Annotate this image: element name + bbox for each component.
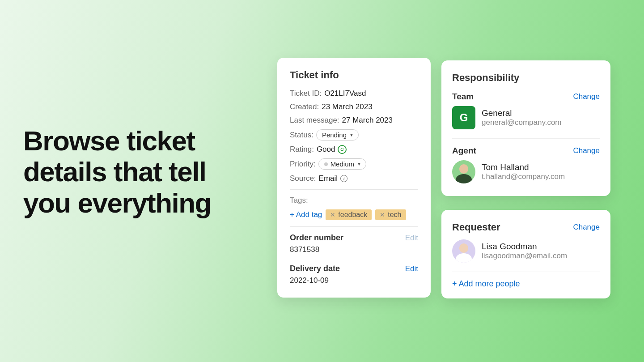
- requester-person: Lisa Goodman lisagoodman@email.com: [452, 239, 600, 263]
- ticket-id-value: O21LI7Vasd: [324, 89, 366, 98]
- status-value: Pending: [322, 131, 347, 139]
- tag-chip[interactable]: ✕ tech: [375, 209, 406, 220]
- team-label: Team: [452, 92, 474, 102]
- priority-row: Priority: Medium ▼: [290, 158, 418, 170]
- source-row: Source: Email i: [290, 174, 418, 183]
- change-requester-button[interactable]: Change: [573, 223, 600, 232]
- team-avatar-initial: G: [460, 111, 468, 124]
- priority-label: Priority:: [290, 160, 316, 169]
- last-message-value: 27 March 2023: [342, 116, 393, 125]
- info-icon[interactable]: i: [340, 175, 347, 182]
- last-message-label: Last message:: [290, 116, 339, 125]
- tags-row: + Add tag ✕ feedback ✕ tech: [290, 209, 418, 220]
- status-dropdown[interactable]: Pending ▼: [316, 129, 359, 141]
- created-label: Created:: [290, 102, 319, 111]
- svg-point-1: [343, 148, 343, 149]
- tag-label: feedback: [338, 211, 367, 219]
- responsibility-title: Responsibility: [452, 72, 600, 84]
- priority-dot-icon: [324, 162, 328, 166]
- ticket-id-row: Ticket ID: O21LI7Vasd: [290, 89, 418, 98]
- last-message-row: Last message: 27 March 2023: [290, 116, 418, 125]
- remove-tag-icon[interactable]: ✕: [380, 211, 385, 218]
- source-value: Email: [319, 174, 338, 183]
- source-label: Source:: [290, 174, 316, 183]
- edit-order-button[interactable]: Edit: [405, 234, 418, 243]
- chevron-down-icon: ▼: [357, 162, 361, 166]
- svg-point-0: [341, 148, 342, 149]
- tag-label: tech: [388, 211, 401, 219]
- requester-email: lisagoodman@email.com: [482, 251, 567, 260]
- divider: [290, 226, 418, 227]
- delivery-date-value: 2022-10-09: [290, 276, 418, 285]
- team-email: general@company.com: [482, 118, 562, 127]
- team-person: G General general@company.com: [452, 106, 600, 129]
- order-number-label: Order number: [290, 233, 343, 243]
- change-agent-button[interactable]: Change: [573, 146, 600, 155]
- requester-avatar: [452, 239, 475, 263]
- add-tag-button[interactable]: + Add tag: [290, 210, 322, 219]
- remove-tag-icon[interactable]: ✕: [330, 211, 335, 218]
- priority-dropdown[interactable]: Medium ▼: [318, 158, 366, 170]
- team-name: General: [482, 108, 562, 118]
- agent-label: Agent: [452, 146, 476, 156]
- add-people-button[interactable]: + Add more people: [452, 279, 600, 289]
- rating-value: Good: [317, 145, 335, 154]
- tags-label: Tags:: [290, 196, 418, 205]
- agent-email: t.halland@company.com: [482, 172, 565, 181]
- ticket-info-title: Ticket info: [290, 69, 418, 81]
- change-team-button[interactable]: Change: [573, 92, 600, 101]
- rating-label: Rating:: [290, 145, 314, 154]
- priority-value: Medium: [330, 160, 354, 168]
- team-avatar: G: [452, 106, 475, 129]
- agent-avatar: [452, 160, 475, 183]
- requester-name: Lisa Goodman: [482, 242, 567, 251]
- divider: [452, 138, 600, 139]
- delivery-date-header: Delivery date Edit: [290, 264, 418, 273]
- smile-icon: [338, 145, 347, 154]
- edit-delivery-button[interactable]: Edit: [405, 264, 418, 273]
- delivery-date-label: Delivery date: [290, 264, 340, 273]
- tag-chip[interactable]: ✕ feedback: [326, 209, 372, 220]
- agent-name: Tom Halland: [482, 162, 565, 172]
- ticket-info-card: Ticket info Ticket ID: O21LI7Vasd Create…: [277, 58, 431, 298]
- order-number-value: 8371538: [290, 245, 418, 254]
- created-value: 23 March 2023: [322, 102, 372, 111]
- team-header: Team Change: [452, 92, 600, 102]
- status-row: Status: Pending ▼: [290, 129, 418, 141]
- divider: [290, 189, 418, 190]
- agent-header: Agent Change: [452, 146, 600, 156]
- rating-row: Rating: Good: [290, 145, 418, 154]
- divider: [452, 272, 600, 272]
- page-headline: Browse ticket details that tell you ever…: [23, 125, 256, 218]
- responsibility-card: Responsibility Team Change G General gen…: [441, 60, 610, 196]
- created-row: Created: 23 March 2023: [290, 102, 418, 111]
- ticket-id-label: Ticket ID:: [290, 89, 322, 98]
- requester-title: Requester: [452, 221, 500, 233]
- status-label: Status:: [290, 131, 314, 140]
- chevron-down-icon: ▼: [349, 132, 354, 137]
- order-number-header: Order number Edit: [290, 233, 418, 243]
- requester-card: Requester Change Lisa Goodman lisagoodma…: [441, 210, 610, 298]
- agent-person: Tom Halland t.halland@company.com: [452, 160, 600, 183]
